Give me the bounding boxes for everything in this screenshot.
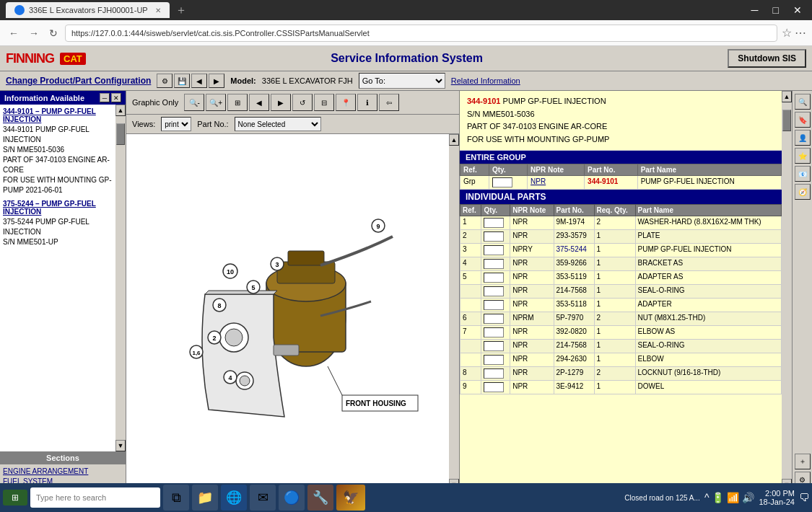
rotate-btn[interactable]: ↺ <box>292 94 313 111</box>
info-close-btn[interactable]: ✕ <box>111 93 121 102</box>
left-scroll-thumb[interactable] <box>116 123 125 145</box>
center-scroll-track[interactable] <box>449 146 459 479</box>
notification-btn[interactable]: 🗨 <box>799 492 809 503</box>
npr-link[interactable]: NPR <box>512 259 528 267</box>
forward-button[interactable]: → <box>26 25 42 42</box>
npr-link[interactable]: NPR <box>512 382 528 390</box>
right-scroll-up[interactable]: ▲ <box>782 91 792 102</box>
section-engine[interactable]: ENGINE ARRANGEMENT <box>3 467 123 475</box>
left-panel-scrollbar[interactable]: ▲ ▼ <box>115 105 126 451</box>
qty-input[interactable] <box>484 382 504 392</box>
npr-link[interactable]: NPR <box>512 314 528 322</box>
star-side-btn[interactable]: ⭐ <box>795 148 811 164</box>
plus-side-btn[interactable]: ＋ <box>795 454 811 469</box>
chevron-icon[interactable]: ^ <box>704 492 710 503</box>
qty-input[interactable] <box>484 218 504 228</box>
left-scroll-track[interactable] <box>115 116 126 440</box>
star-icon[interactable]: ☆ <box>782 26 792 40</box>
eg-npr-link[interactable]: NPR <box>531 177 546 185</box>
info-minus-btn[interactable]: ─ <box>100 93 110 102</box>
views-select[interactable]: print <box>161 117 191 131</box>
npr-link[interactable]: NPR <box>512 245 528 253</box>
outlook-side-btn[interactable]: 📧 <box>795 166 811 182</box>
npr-link[interactable]: NPR <box>512 286 528 294</box>
qty-input[interactable] <box>484 259 504 269</box>
qty-input[interactable] <box>484 300 504 310</box>
road-notification[interactable]: Closed road on 125 A... <box>624 494 700 502</box>
zoom-in-btn[interactable]: 🔍+ <box>206 94 226 111</box>
refresh-button[interactable]: ↻ <box>46 25 61 42</box>
maximize-button[interactable]: □ <box>769 3 783 17</box>
user-side-btn[interactable]: 👤 <box>795 130 811 146</box>
npr-link[interactable]: NPR <box>512 273 528 281</box>
prev-btn[interactable]: ◀ <box>191 74 207 88</box>
qty-input[interactable] <box>484 231 504 242</box>
part-no-select[interactable]: None Selected <box>235 117 321 131</box>
tab-close-icon[interactable]: ✕ <box>155 6 161 14</box>
part-no-link[interactable]: 375-5244 <box>556 245 587 253</box>
taskview-btn[interactable]: ⧉ <box>163 485 189 511</box>
gear-icon-btn[interactable]: ⚙ <box>157 74 173 88</box>
eg-qty-input[interactable] <box>492 177 512 187</box>
new-tab-button[interactable]: ＋ <box>175 3 187 18</box>
qty-input[interactable] <box>484 273 504 283</box>
center-scroll-up[interactable]: ▲ <box>449 134 459 146</box>
next-page-btn[interactable]: ▶ <box>271 94 291 111</box>
edge-btn[interactable]: 🌐 <box>221 485 247 511</box>
left-scroll-down[interactable]: ▼ <box>115 440 126 451</box>
search-side-btn[interactable]: 🔍 <box>795 94 811 110</box>
goto-select[interactable]: Go To: <box>359 73 445 89</box>
back-button[interactable]: ← <box>6 25 22 42</box>
prev-page-btn[interactable]: ◀ <box>249 94 269 111</box>
minimize-button[interactable]: ─ <box>747 3 763 17</box>
entire-group-header: ENTIRE GROUP <box>460 151 782 164</box>
right-scroll-thumb[interactable] <box>782 110 791 131</box>
qty-input[interactable] <box>484 286 504 296</box>
part-link-375[interactable]: 375-5244 – PUMP GP-FUEL INJECTION <box>3 200 113 216</box>
left-scroll-up[interactable]: ▲ <box>115 105 126 116</box>
start-button[interactable]: ⊞ <box>3 490 27 506</box>
shutdown-sis-button[interactable]: Shutdown SIS <box>728 49 806 68</box>
taskbar-clock[interactable]: 2:00 PM 18-Jan-24 <box>759 489 795 506</box>
qty-input[interactable] <box>484 341 504 351</box>
view-toolbar: 🔍- 🔍+ ⊞ ◀ ▶ ↺ ⊟ 📍 ℹ ⇦ <box>184 94 399 111</box>
zoom-out-btn[interactable]: 🔍- <box>184 94 204 111</box>
change-product-link[interactable]: Change Product/Part Configuration <box>6 76 151 86</box>
npr-link[interactable]: NPR <box>512 300 528 308</box>
views-bar: Views: print Part No.: None Selected <box>126 115 459 134</box>
right-scroll-track[interactable] <box>782 102 792 479</box>
fit-btn[interactable]: ⊞ <box>227 94 248 111</box>
npr-link[interactable]: NPR <box>512 231 528 239</box>
url-box[interactable]: https://127.0.0.1:444/sisweb/servlet/cat… <box>65 25 777 42</box>
qty-input[interactable] <box>484 327 504 337</box>
sis-app-btn[interactable]: 🔧 <box>307 485 333 511</box>
npr-link[interactable]: NPR <box>512 327 528 335</box>
npr-link[interactable]: NPR <box>512 218 528 226</box>
taskbar-search[interactable] <box>30 487 160 508</box>
qty-input[interactable] <box>484 314 504 324</box>
center-scrollbar[interactable]: ▲ ▼ <box>449 134 459 490</box>
related-info-link[interactable]: Related Information <box>451 76 520 85</box>
qty-input[interactable] <box>484 355 504 365</box>
browser-tab[interactable]: 336E L Excavators FJH00001-UP ✕ <box>6 2 170 18</box>
info-btn[interactable]: ℹ <box>357 94 377 111</box>
qty-input[interactable] <box>484 245 504 255</box>
mail-btn[interactable]: ✉ <box>250 485 276 511</box>
callout-btn[interactable]: 📍 <box>336 94 356 111</box>
qty-input[interactable] <box>484 368 504 379</box>
grid-btn[interactable]: ⊟ <box>314 94 334 111</box>
save-icon-btn[interactable]: 💾 <box>174 74 190 88</box>
next-btn[interactable]: ▶ <box>209 74 224 88</box>
nav-side-btn[interactable]: 🧭 <box>795 184 811 200</box>
close-button[interactable]: ✕ <box>789 3 806 17</box>
part-link-344[interactable]: 344-9101 – PUMP GP-FUEL INJECTION <box>3 107 113 123</box>
npr-link[interactable]: NPR <box>512 368 528 376</box>
right-scrollbar[interactable]: ▲ ▼ <box>782 91 792 490</box>
npr-link[interactable]: NPR <box>512 341 528 349</box>
npr-link[interactable]: NPR <box>512 355 528 363</box>
settings-icon[interactable]: ⋯ <box>795 26 806 40</box>
export-btn[interactable]: ⇦ <box>379 94 399 111</box>
app5-btn[interactable]: 🔵 <box>279 485 305 511</box>
bookmark-side-btn[interactable]: 🔖 <box>795 112 811 128</box>
file-explorer-btn[interactable]: 📁 <box>192 485 218 511</box>
